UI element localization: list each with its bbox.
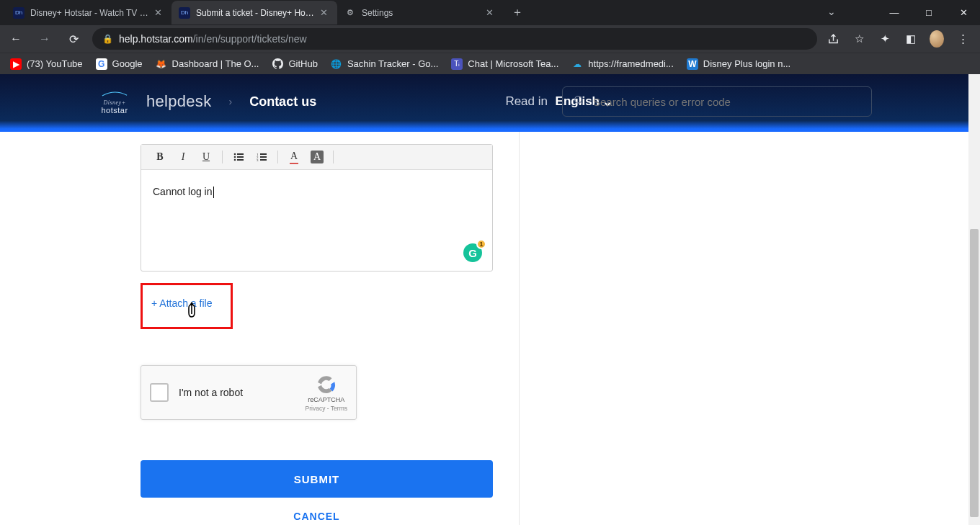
bookmark-google[interactable]: GGoogle bbox=[96, 58, 143, 70]
minimize-button[interactable]: ― bbox=[878, 2, 911, 24]
read-in-label: Read in bbox=[505, 94, 548, 109]
recaptcha-checkbox[interactable] bbox=[150, 383, 169, 402]
recaptcha-logo: reCAPTCHA Privacy - Terms bbox=[306, 373, 347, 412]
svg-rect-12 bbox=[260, 159, 267, 161]
search-wrap bbox=[562, 86, 872, 117]
tab-title: Disney+ Hotstar - Watch TV Shows bbox=[30, 8, 148, 18]
tab-0[interactable]: Dh Disney+ Hotstar - Watch TV Shows ✕ bbox=[6, 1, 172, 24]
text-color-button[interactable]: A bbox=[282, 147, 306, 167]
breadcrumb-current: Contact us bbox=[249, 94, 316, 109]
bookmark-framed[interactable]: ☁https://framedmedi... bbox=[571, 58, 674, 70]
bookmark-teams[interactable]: TᵢChat | Microsoft Tea... bbox=[451, 58, 558, 70]
close-icon[interactable]: ✕ bbox=[154, 7, 164, 18]
text-caret bbox=[213, 187, 214, 198]
bookmarks-bar: ▶(73) YouTube GGoogle 🦊Dashboard | The O… bbox=[0, 53, 980, 74]
bookmark-youtube[interactable]: ▶(73) YouTube bbox=[10, 58, 83, 70]
svg-rect-2 bbox=[237, 153, 244, 155]
gear-icon: ⚙ bbox=[344, 7, 356, 19]
submit-button[interactable]: SUBMIT bbox=[141, 460, 493, 498]
svg-rect-10 bbox=[260, 156, 267, 158]
profile-avatar[interactable] bbox=[930, 32, 944, 46]
tab-favicon: Dh bbox=[13, 7, 24, 19]
window-controls: ― □ ✕ bbox=[878, 0, 980, 25]
extensions-icon[interactable]: ✦ bbox=[878, 32, 892, 46]
tab-title: Submit a ticket - Disney+ Hotstar bbox=[196, 8, 314, 18]
close-window-button[interactable]: ✕ bbox=[947, 2, 980, 24]
new-tab-button[interactable]: ＋ bbox=[507, 3, 527, 23]
page-viewport: Disney+ hotstar helpdesk › Contact us Re… bbox=[0, 74, 980, 525]
editor-content: Cannot log in bbox=[153, 186, 213, 197]
svg-text:3: 3 bbox=[257, 158, 259, 161]
page-content: B I U 123 A A bbox=[0, 132, 980, 525]
attach-file-link[interactable]: + Attach a file bbox=[151, 297, 212, 309]
highlight-button[interactable]: A bbox=[306, 147, 329, 167]
editor-textarea[interactable]: Cannot log in G 1 bbox=[141, 170, 492, 271]
bold-button[interactable]: B bbox=[148, 147, 172, 167]
svg-point-3 bbox=[234, 156, 236, 158]
bookmark-dashboard[interactable]: 🦊Dashboard | The O... bbox=[156, 58, 259, 70]
url-input[interactable]: 🔒 help.hotstar.com/in/en/support/tickets… bbox=[92, 28, 817, 50]
svg-rect-6 bbox=[237, 159, 244, 161]
svg-rect-8 bbox=[260, 153, 267, 155]
reload-button[interactable]: ⟳ bbox=[63, 29, 84, 49]
recaptcha-widget: I'm not a robot reCAPTCHA Privacy - Term… bbox=[141, 365, 357, 420]
italic-button[interactable]: I bbox=[172, 147, 195, 167]
tab-2[interactable]: ⚙ Settings ✕ bbox=[337, 1, 503, 24]
tab-bar: Dh Disney+ Hotstar - Watch TV Shows ✕ Dh… bbox=[0, 0, 980, 25]
browser-chrome: Dh Disney+ Hotstar - Watch TV Shows ✕ Dh… bbox=[0, 0, 980, 74]
recaptcha-label: I'm not a robot bbox=[179, 387, 306, 398]
toolbar-separator bbox=[333, 151, 334, 163]
toolbar-icons: ☆ ✦ ◧ ⋮ bbox=[826, 32, 974, 46]
forward-button[interactable]: → bbox=[35, 29, 55, 49]
underline-button[interactable]: U bbox=[195, 147, 218, 167]
search-icon bbox=[573, 94, 584, 109]
bookmark-github[interactable]: GitHub bbox=[272, 58, 317, 70]
bookmark-sachin[interactable]: 🌐Sachin Tracker - Go... bbox=[331, 58, 438, 70]
grammarly-badge: 1 bbox=[476, 239, 486, 249]
share-icon[interactable] bbox=[826, 32, 840, 46]
tabs-dropdown-icon[interactable]: ⌄ bbox=[827, 6, 836, 17]
vertical-scrollbar[interactable] bbox=[968, 74, 980, 525]
toolbar-separator bbox=[222, 151, 223, 163]
toolbar-separator bbox=[277, 151, 278, 163]
side-panel-icon[interactable]: ◧ bbox=[904, 32, 918, 46]
address-bar: ← → ⟳ 🔒 help.hotstar.com/in/en/support/t… bbox=[0, 25, 980, 53]
recaptcha-brand: reCAPTCHA bbox=[308, 396, 344, 403]
chevron-right-icon: › bbox=[226, 96, 235, 107]
recaptcha-links[interactable]: Privacy - Terms bbox=[306, 405, 347, 412]
search-box[interactable] bbox=[562, 86, 872, 117]
form-card: B I U 123 A A bbox=[115, 132, 520, 525]
back-button[interactable]: ← bbox=[6, 29, 26, 49]
svg-point-5 bbox=[234, 159, 236, 161]
svg-point-0 bbox=[575, 97, 582, 103]
close-icon[interactable]: ✕ bbox=[320, 7, 330, 18]
helpdesk-label[interactable]: helpdesk bbox=[146, 92, 211, 111]
attach-highlight-box: + Attach a file bbox=[141, 283, 233, 329]
maximize-button[interactable]: □ bbox=[912, 2, 945, 24]
site-header: Disney+ hotstar helpdesk › Contact us Re… bbox=[0, 74, 980, 132]
svg-point-1 bbox=[234, 153, 236, 156]
tab-1[interactable]: Dh Submit a ticket - Disney+ Hotstar ✕ bbox=[172, 1, 337, 24]
tab-favicon: Dh bbox=[179, 7, 190, 19]
editor-toolbar: B I U 123 A A bbox=[141, 145, 492, 170]
url-text: help.hotstar.com/in/en/support/tickets/n… bbox=[119, 33, 307, 45]
lock-icon: 🔒 bbox=[102, 34, 113, 44]
close-icon[interactable]: ✕ bbox=[486, 7, 496, 18]
search-input[interactable] bbox=[593, 96, 861, 108]
unordered-list-button[interactable] bbox=[227, 147, 250, 167]
cancel-button[interactable]: CANCEL bbox=[141, 511, 493, 522]
star-icon[interactable]: ☆ bbox=[852, 32, 866, 46]
grammarly-icon[interactable]: G 1 bbox=[463, 243, 482, 262]
tab-title: Settings bbox=[362, 8, 480, 18]
ordered-list-button[interactable]: 123 bbox=[250, 147, 273, 167]
brand-logo[interactable]: Disney+ hotstar bbox=[97, 89, 132, 115]
bookmark-disneyplus[interactable]: WDisney Plus login n... bbox=[687, 58, 790, 70]
scrollbar-thumb[interactable] bbox=[970, 229, 979, 517]
menu-icon[interactable]: ⋮ bbox=[956, 32, 970, 46]
svg-rect-4 bbox=[237, 156, 244, 158]
rich-text-editor: B I U 123 A A bbox=[141, 144, 493, 272]
